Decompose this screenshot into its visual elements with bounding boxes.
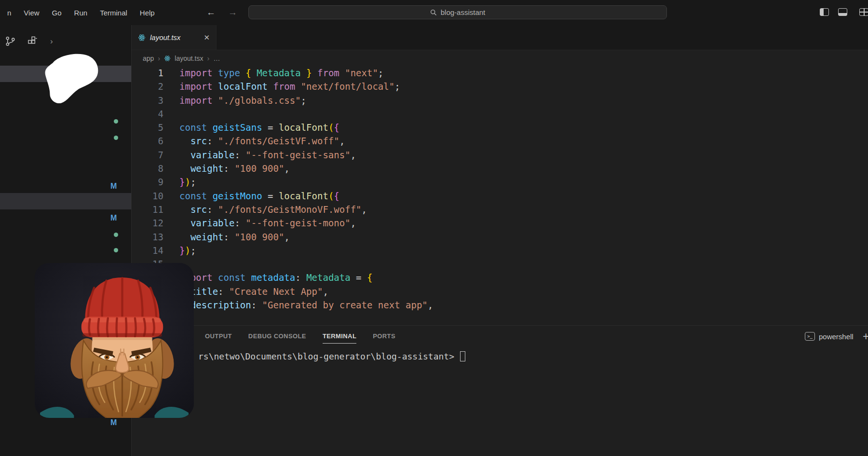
breadcrumb-separator-icon: › [158,54,160,62]
line-number: 4 [132,107,163,121]
menu-item-terminal[interactable]: Terminal [94,9,134,17]
code-line: 13 weight: "100 900", [132,230,868,244]
menu-item-go[interactable]: Go [46,9,68,17]
panel-tab-ports[interactable]: PORTS [373,332,395,344]
nav-arrows: ← → [206,0,237,25]
code-line-text: const geistMono = localFont({ [179,189,339,203]
line-number: 3 [132,94,163,107]
code-line-text: src: "./fonts/GeistMonoVF.woff", [179,203,367,216]
breadcrumb-item-app[interactable]: app [143,55,154,62]
toggle-panel-icon[interactable] [838,8,847,16]
code-line-text: weight: "100 900", [179,230,290,244]
line-number: 5 [132,121,163,134]
code-line: 7 variable: "--font-geist-sans", [132,148,868,162]
code-line: 9}); [132,175,868,189]
breadcrumb-item-file[interactable]: layout.tsx [175,55,203,62]
panel-tab-output[interactable]: OUTPUT [205,332,232,344]
menu-item-run[interactable]: Run [68,9,94,17]
code-line: 18 description: "Generated by create nex… [132,298,868,312]
code-line: 6 src: "./fonts/GeistVF.woff", [132,134,868,148]
breadcrumb: app › layout.tsx › … [132,50,220,66]
line-number: 14 [132,244,163,257]
line-number: 7 [132,148,163,162]
code-line: 16export const metadata: Metadata = { [132,271,868,284]
bottom-panel: OUTPUTDEBUG CONSOLETERMINALPORTS >_ powe… [132,325,868,456]
code-line-text: import "./globals.css"; [179,94,306,107]
new-terminal-icon[interactable]: + [863,330,868,343]
code-line: 2import localFont from "next/font/local"… [132,80,868,93]
code-line: 3import "./globals.css"; [132,94,868,107]
line-number: 13 [132,230,163,244]
code-line-text: }); [179,175,196,189]
line-number: 11 [132,203,163,216]
panel-tab-debug-console[interactable]: DEBUG CONSOLE [248,332,306,344]
chevron-icon[interactable]: › [50,37,53,46]
forward-arrow-icon[interactable]: → [228,7,237,18]
tab-layout-tsx[interactable]: layout.tsx ✕ [132,25,217,50]
customize-layout-icon[interactable] [859,8,868,16]
menu-item-view[interactable]: View [17,9,45,17]
search-command-center[interactable]: blog-assistant [248,5,667,19]
git-dot-badge [114,136,118,140]
terminal-shell-selector[interactable]: >_ powershell [805,332,854,341]
terminal-cursor [460,351,465,361]
git-dot-badge [114,248,118,252]
code-line: 12 variable: "--font-geist-mono", [132,216,868,230]
git-dot-badge [114,119,118,124]
code-line: 5const geistSans = localFont({ [132,121,868,134]
code-line-text: variable: "--font-geist-mono", [179,216,356,230]
breadcrumb-item-symbol[interactable]: … [214,55,220,62]
extensions-icon[interactable] [27,36,38,47]
menu-item-n[interactable]: n [1,9,17,17]
white-blob-overlay [39,53,100,105]
code-line-text: description: "Generated by create next a… [179,298,433,312]
sidebar-highlighted-row[interactable] [0,193,131,209]
code-line: 11 src: "./fonts/GeistMonoVF.woff", [132,203,868,216]
code-line: 4 [132,107,868,121]
code-editor[interactable]: 1import type { Metadata } from "next";2i… [132,66,868,312]
git-dot-badge [114,233,118,237]
shell-label: powershell [819,332,854,341]
tab-label: layout.tsx [150,33,180,41]
terminal-prompt-text: rs\netwo\Documents\blog-generator\blog-a… [198,351,454,361]
menu-item-help[interactable]: Help [134,9,161,17]
menu-bar: nViewGoRunTerminalHelp [1,0,161,25]
code-line-text: import type { Metadata } from "next"; [179,66,383,80]
code-line: 1import type { Metadata } from "next"; [132,66,868,80]
git-modified-badge: M [110,182,117,190]
editor-tab-bar: layout.tsx ✕ [132,25,868,50]
react-file-icon [138,34,146,41]
search-value: blog-assistant [441,8,486,16]
code-line-text: export const metadata: Metadata = { [179,271,372,284]
powershell-icon: >_ [805,332,815,341]
line-number: 10 [132,189,163,203]
code-line: 10const geistMono = localFont({ [132,189,868,203]
panel-tab-bar: OUTPUTDEBUG CONSOLETERMINALPORTS [205,332,395,344]
code-line-text: import localFont from "next/font/local"; [179,80,400,93]
git-modified-badge: M [110,214,117,222]
toggle-sidebar-icon[interactable] [820,8,829,16]
line-number: 6 [132,134,163,148]
code-line-text: variable: "--font-geist-sans", [179,148,356,162]
line-number: 2 [132,80,163,93]
code-line-text: src: "./fonts/GeistVF.woff", [179,134,345,148]
line-number: 8 [132,162,163,175]
line-number: 1 [132,66,163,80]
code-line-text: title: "Create Next App", [179,285,328,298]
editor-group: layout.tsx ✕ app › layout.tsx › … 1impor… [132,25,868,325]
code-line: 17 title: "Create Next App", [132,285,868,298]
source-control-icon[interactable] [5,36,16,47]
react-file-icon [164,55,171,62]
code-line: 15 [132,257,868,271]
line-number: 12 [132,216,163,230]
code-line-text: weight: "100 900", [179,162,290,175]
code-line: 14}); [132,244,868,257]
tab-close-icon[interactable]: ✕ [203,33,210,42]
code-line-text: const geistSans = localFont({ [179,121,339,134]
terminal-area[interactable]: rs\netwo\Documents\blog-generator\blog-a… [198,351,465,361]
git-modified-badge: M [110,419,117,427]
code-line-text: }); [179,244,196,257]
back-arrow-icon[interactable]: ← [206,7,216,18]
panel-tab-terminal[interactable]: TERMINAL [323,332,356,344]
line-number: 9 [132,175,163,189]
